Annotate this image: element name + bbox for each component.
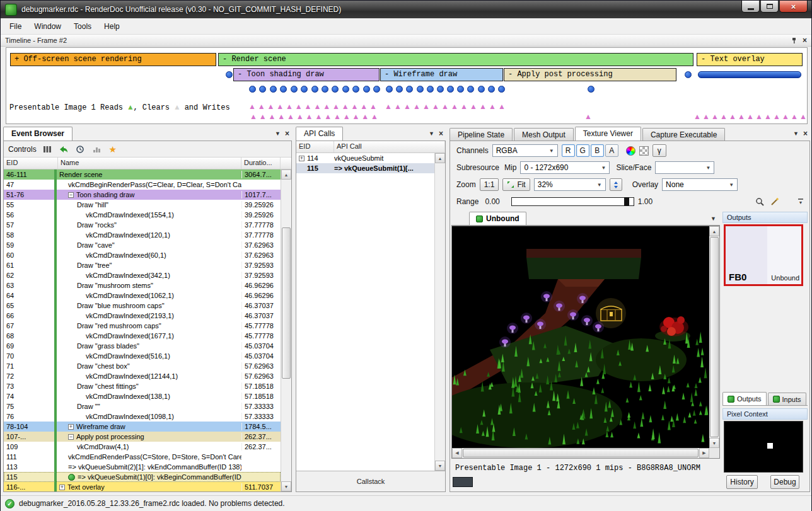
magnifier-icon[interactable] (754, 196, 765, 207)
marker-triangle-icon[interactable]: ▲ (287, 113, 294, 120)
color-wheel-icon[interactable] (626, 146, 635, 156)
overlay-select[interactable]: None ▼ (662, 178, 738, 191)
tab-outputs[interactable]: Outputs (722, 392, 767, 405)
timeline-draw-dot[interactable] (291, 86, 298, 93)
marker-triangle-icon[interactable]: ▲ (738, 113, 745, 120)
timeline-draw-dot[interactable] (226, 71, 233, 78)
marker-triangle-icon[interactable]: ▲ (479, 103, 487, 110)
marker-triangle-icon[interactable]: ▲ (371, 113, 378, 120)
texture-preview[interactable]: ▲ ▼ ◀ ▶ (451, 226, 720, 459)
timeline-draw-dot[interactable] (447, 86, 454, 93)
event-row[interactable]: 71Draw "chest box"57.62963 (4, 361, 281, 371)
marker-triangle-icon[interactable]: ▲ (304, 103, 312, 110)
event-row[interactable]: 109vkCmdDraw(4,1)262.37... (4, 442, 281, 452)
marker-triangle-icon[interactable]: ▲ (711, 113, 719, 120)
panel-menu-icon[interactable]: ▼ (429, 131, 434, 137)
marker-triangle-icon[interactable]: ▲ (360, 103, 368, 110)
event-row[interactable]: 78-104+Wireframe draw1784.5... (4, 422, 281, 432)
pin-icon[interactable] (791, 37, 798, 44)
marker-triangle-icon[interactable]: ▲ (267, 103, 275, 110)
menu-file[interactable]: File (3, 20, 28, 33)
event-row[interactable]: 47vkCmdBeginRenderPass(C=Clear, D=Clear,… (4, 180, 281, 190)
timeline-draw-dot[interactable] (386, 86, 393, 93)
marker-triangle-icon[interactable]: ▲ (764, 113, 772, 120)
marker-triangle-icon[interactable]: ▲ (351, 103, 358, 110)
tab-capture-executable[interactable]: Capture Executable (642, 128, 725, 141)
marker-triangle-icon[interactable]: ▲ (773, 113, 780, 120)
stats-icon[interactable] (91, 144, 102, 155)
callstack-section[interactable]: Callstack (296, 471, 445, 491)
event-row[interactable]: 107-...−Apply post processing262.37... (4, 432, 281, 442)
tab-inputs[interactable]: Inputs (768, 393, 806, 405)
timeline-draw-dot[interactable] (588, 86, 594, 93)
timeline-draw-dot[interactable] (437, 86, 444, 93)
timeline-bar--text-overlay[interactable]: - Text overlay (697, 53, 803, 66)
event-row[interactable]: 51-76−Toon shading draw1017.7... (4, 190, 281, 200)
scrollbar-thumb[interactable] (282, 227, 291, 379)
marker-triangle-icon[interactable]: ▲ (489, 103, 496, 110)
event-row[interactable]: 46-111Render scene3064.7... (4, 169, 281, 180)
zoom-select[interactable]: 32% ▼ (534, 178, 606, 191)
tree-expander-icon[interactable]: − (68, 434, 74, 440)
scrollbar-thumb[interactable] (463, 449, 699, 457)
preview-horizontal-scrollbar[interactable]: ◀ ▶ (452, 448, 709, 458)
event-row[interactable]: 57Draw "rocks"37.77778 (4, 220, 281, 230)
marker-triangle-icon[interactable]: ▲ (369, 103, 377, 110)
timeline-draw-dot[interactable] (249, 86, 256, 93)
gamma-button[interactable]: γ (652, 144, 666, 157)
tab-pipeline-state[interactable]: Pipeline State (450, 128, 513, 141)
column-header-duratio-[interactable]: Duratio... (241, 158, 281, 169)
scroll-up-icon[interactable]: ▲ (281, 169, 291, 180)
marker-triangle-icon[interactable]: ▲ (441, 103, 449, 110)
marker-triangle-icon[interactable]: ▲ (403, 103, 411, 110)
marker-triangle-icon[interactable]: ▲ (258, 103, 265, 110)
scroll-up-icon[interactable]: ▲ (435, 153, 445, 163)
tab-event-browser[interactable]: Event Browser (3, 127, 72, 141)
panel-close-icon[interactable]: × (803, 130, 808, 137)
marker-triangle-icon[interactable]: ▲ (460, 103, 468, 110)
scroll-right-icon[interactable]: ▶ (699, 448, 709, 458)
event-row[interactable]: 75Draw ""57.33333 (4, 401, 281, 411)
timeline-bar--apply-post-processing[interactable]: - Apply post processing (504, 68, 676, 81)
bookmark-icon[interactable]: ★ (107, 144, 119, 155)
debug-button[interactable]: Debug (770, 475, 799, 489)
panel-close-icon[interactable]: × (285, 130, 289, 137)
menu-window[interactable]: Window (28, 20, 67, 33)
marker-triangle-icon[interactable]: ▲ (352, 113, 359, 120)
event-row[interactable]: 61Draw "tree"37.92593 (4, 260, 281, 270)
scrollbar-thumb[interactable] (710, 237, 719, 437)
marker-triangle-icon[interactable]: ▲ (755, 113, 763, 120)
scroll-up-icon[interactable]: ▲ (709, 226, 719, 236)
range-slider-handle[interactable] (624, 197, 629, 206)
marker-triangle-icon[interactable]: ▲ (269, 113, 276, 120)
event-row[interactable]: 68vkCmdDrawIndexed(1677,1)45.77778 (4, 331, 281, 341)
marker-triangle-icon[interactable]: ▲ (323, 103, 330, 110)
marker-triangle-icon[interactable]: ▲ (248, 103, 256, 110)
marker-triangle-icon[interactable]: ▲ (286, 103, 293, 110)
close-button[interactable]: × (779, 1, 808, 13)
marker-triangle-icon[interactable]: ▲ (432, 103, 439, 110)
timeline-draw-dot[interactable] (259, 86, 266, 93)
timeline-draw-dot[interactable] (427, 86, 434, 93)
timeline-bars-icon[interactable] (42, 144, 53, 155)
checkerboard-icon[interactable] (639, 146, 649, 156)
fb0-thumbnail[interactable]: FB0 Unbound (724, 224, 803, 286)
panel-menu-icon[interactable]: ▼ (793, 131, 799, 137)
column-header-api-call[interactable]: API Call (334, 141, 445, 152)
event-row[interactable]: 59Draw "cave"37.62963 (4, 240, 281, 250)
marker-triangle-icon[interactable]: ▲ (313, 103, 321, 110)
marker-triangle-icon[interactable]: ▲ (422, 103, 430, 110)
menu-help[interactable]: Help (98, 20, 126, 33)
timeline-draw-dot[interactable] (352, 86, 359, 93)
timeline-draw-dot[interactable] (332, 86, 339, 93)
marker-triangle-icon[interactable]: ▲ (324, 113, 332, 120)
marker-triangle-icon[interactable]: ▲ (306, 113, 313, 120)
timeline-draw-dot[interactable] (467, 86, 474, 93)
timeline-bar--wireframe-draw[interactable]: - Wireframe draw (380, 68, 503, 81)
column-header-name[interactable]: Name (58, 158, 241, 169)
autofit-wand-icon[interactable] (769, 196, 780, 207)
event-row[interactable]: 66vkCmdDrawIndexed(2193,1)46.37037 (4, 311, 281, 321)
menu-tools[interactable]: Tools (67, 20, 98, 33)
timeline-draw-dot[interactable] (488, 86, 495, 93)
marker-triangle-icon[interactable]: ▲ (702, 113, 710, 120)
